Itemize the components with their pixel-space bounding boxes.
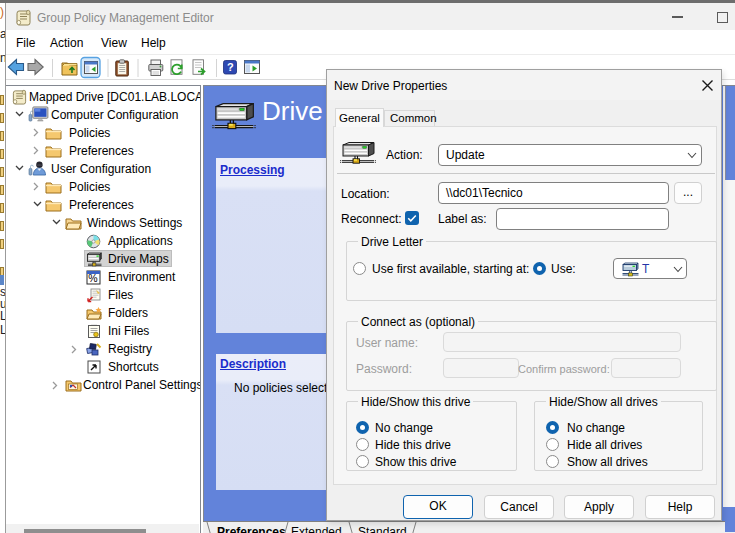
svg-text:%: % [88, 272, 97, 284]
svg-text:?: ? [227, 61, 234, 73]
